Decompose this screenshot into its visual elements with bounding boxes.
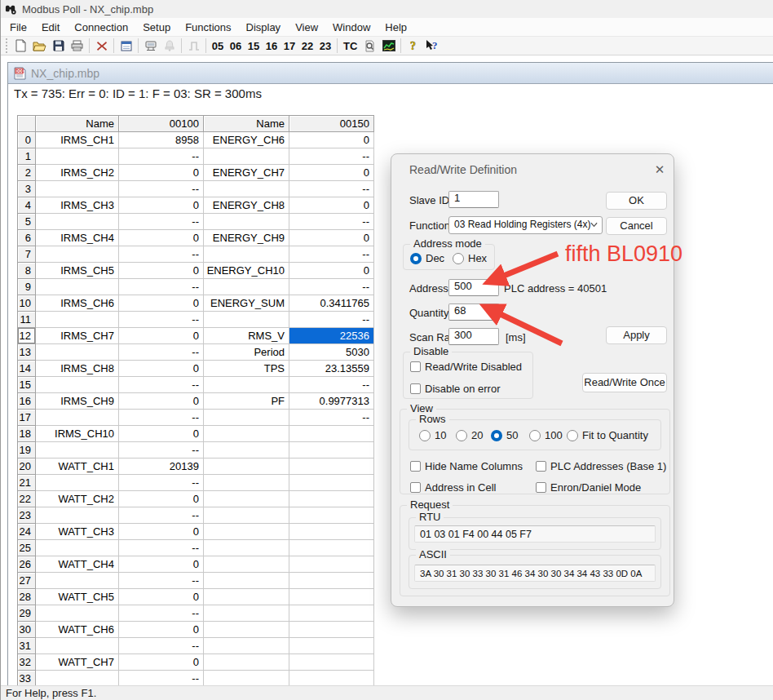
grid-cell[interactable] (204, 426, 289, 442)
quantity-input[interactable]: 68 (448, 303, 499, 321)
open-button[interactable] (30, 37, 49, 55)
grid-cell[interactable] (204, 377, 289, 393)
grid-cell[interactable] (289, 459, 374, 475)
grid-cell[interactable]: 0.9977313 (289, 393, 374, 410)
grid-cell[interactable]: -- (119, 377, 204, 393)
function-15-button[interactable]: 15 (245, 40, 263, 52)
grid-cell[interactable] (36, 312, 119, 328)
dialog-close-button[interactable]: ✕ (651, 161, 669, 179)
function-23-button[interactable]: 23 (316, 40, 334, 52)
grid-cell[interactable] (36, 605, 119, 622)
grid-cell[interactable] (289, 442, 374, 459)
grid-cell[interactable]: WATT_CH3 (36, 524, 119, 540)
grid-cell[interactable] (204, 573, 289, 589)
menu-item-file[interactable]: File (2, 19, 34, 36)
grid-cell[interactable]: 23.13559 (289, 361, 374, 377)
grid-cell[interactable]: 0 (119, 197, 204, 214)
grid-cell[interactable]: -- (119, 540, 204, 556)
grid-cell[interactable]: WATT_CH7 (36, 654, 119, 671)
connection-button[interactable] (141, 37, 160, 55)
rows-option-50[interactable]: 50 (491, 429, 518, 441)
grid-cell[interactable]: RMS_V (204, 328, 289, 344)
chart-button[interactable] (379, 37, 398, 55)
grid-cell[interactable]: 0 (119, 263, 204, 279)
grid-cell[interactable] (36, 344, 119, 361)
document-title-bar[interactable]: DOC NX_chip.mbp (8, 63, 773, 84)
grid-cell[interactable] (289, 622, 374, 638)
print-button[interactable] (68, 37, 86, 55)
grid-cell[interactable] (289, 671, 374, 687)
grid-cell[interactable] (36, 573, 119, 589)
grid-cell[interactable]: 0 (119, 295, 204, 312)
grid-cell[interactable] (204, 214, 289, 230)
rows-option-fit-to-quantity[interactable]: Fit to Quantity (567, 429, 648, 441)
grid-cell[interactable] (36, 279, 119, 295)
grid-cell[interactable] (289, 654, 374, 671)
grid-cell[interactable] (289, 426, 374, 442)
grid-cell[interactable]: IRMS_CH3 (36, 197, 119, 214)
grid-cell[interactable] (36, 148, 119, 165)
grid-cell[interactable] (36, 442, 119, 459)
grid-cell[interactable]: 0 (119, 393, 204, 410)
grid-cell[interactable] (204, 605, 289, 622)
rows-option-100[interactable]: 100 (529, 429, 563, 441)
grid-cell[interactable]: WATT_CH6 (36, 622, 119, 638)
grid-cell[interactable]: -- (289, 377, 374, 393)
grid-cell[interactable]: 0 (119, 328, 204, 344)
grid-cell[interactable] (204, 507, 289, 524)
disable-on-error-checkbox[interactable]: Disable on error (410, 383, 501, 395)
grid-cell[interactable] (289, 540, 374, 556)
grid-cell[interactable]: 0 (289, 197, 374, 214)
grid-cell[interactable]: 0 (119, 622, 204, 638)
grid-cell[interactable]: 0 (289, 263, 374, 279)
grid-cell[interactable]: 0 (119, 556, 204, 573)
grid-cell[interactable]: IRMS_CH4 (36, 230, 119, 246)
grid-cell[interactable]: ENERGY_CH6 (204, 132, 289, 148)
save-button[interactable] (49, 37, 68, 55)
plc-addresses-checkbox[interactable]: PLC Addresses (Base 1) (536, 460, 666, 472)
grid-cell[interactable]: -- (119, 344, 204, 361)
grid-cell[interactable]: IRMS_CH10 (36, 426, 119, 442)
menu-item-edit[interactable]: Edit (34, 19, 67, 36)
grid-cell[interactable] (36, 214, 119, 230)
grid-cell[interactable]: IRMS_CH6 (36, 295, 119, 312)
grid-cell[interactable] (204, 246, 289, 263)
grid-cell[interactable]: -- (119, 507, 204, 524)
grid-cell[interactable]: IRMS_CH2 (36, 165, 119, 181)
context-help-button[interactable]: ? (422, 37, 441, 55)
function-06-button[interactable]: 06 (227, 40, 245, 52)
grid-cell[interactable]: -- (289, 181, 374, 197)
disconnect-button[interactable] (92, 37, 111, 55)
cancel-button[interactable]: Cancel (606, 217, 667, 235)
grid-cell[interactable] (36, 507, 119, 524)
grid-cell[interactable]: -- (289, 410, 374, 426)
grid-cell[interactable] (204, 181, 289, 197)
grid-cell[interactable]: ENERGY_CH9 (204, 230, 289, 246)
menu-item-setup[interactable]: Setup (135, 19, 178, 36)
grid-cell[interactable]: WATT_CH4 (36, 556, 119, 573)
grid-cell[interactable] (289, 507, 374, 524)
grid-cell[interactable] (36, 410, 119, 426)
grid-cell[interactable]: ENERGY_CH10 (204, 263, 289, 279)
grid-cell[interactable] (289, 589, 374, 605)
grid-cell[interactable]: 8958 (119, 132, 204, 148)
grid-cell[interactable] (289, 573, 374, 589)
grid-cell[interactable] (289, 475, 374, 491)
grid-cell[interactable]: IRMS_CH5 (36, 263, 119, 279)
hide-name-columns-checkbox[interactable]: Hide Name Columns (410, 460, 523, 472)
grid-cell[interactable]: 0 (119, 491, 204, 507)
display-setup-button[interactable] (117, 37, 135, 55)
grid-cell[interactable]: -- (119, 605, 204, 622)
grid-cell[interactable] (289, 491, 374, 507)
grid-cell[interactable] (36, 671, 119, 687)
grid-cell[interactable] (204, 410, 289, 426)
grid-cell[interactable]: ENERGY_CH7 (204, 165, 289, 181)
grid-cell[interactable] (36, 377, 119, 393)
slave-id-input[interactable]: 1 (448, 191, 499, 208)
apply-button[interactable]: Apply (606, 326, 667, 344)
test-center-button[interactable]: TC (340, 40, 360, 52)
address-in-cell-checkbox[interactable]: Address in Cell (410, 481, 496, 494)
grid-cell-selected[interactable]: 22536 (289, 328, 374, 344)
grid-cell[interactable]: -- (119, 214, 204, 230)
grid-cell[interactable]: ENERGY_CH8 (204, 197, 289, 214)
